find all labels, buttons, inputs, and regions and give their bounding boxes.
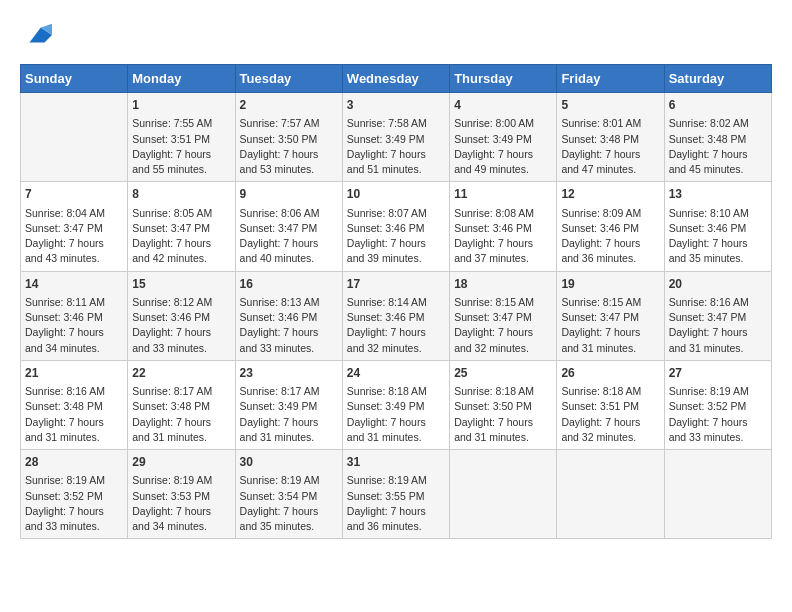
day-number: 12 xyxy=(561,186,659,203)
cell-content: Sunrise: 8:15 AM Sunset: 3:47 PM Dayligh… xyxy=(561,295,659,356)
day-number: 20 xyxy=(669,276,767,293)
day-number: 13 xyxy=(669,186,767,203)
cell-content: Sunrise: 8:16 AM Sunset: 3:48 PM Dayligh… xyxy=(25,384,123,445)
calendar-cell: 2Sunrise: 7:57 AM Sunset: 3:50 PM Daylig… xyxy=(235,93,342,182)
page-header xyxy=(20,20,772,54)
day-number: 10 xyxy=(347,186,445,203)
logo-icon xyxy=(22,20,52,50)
header-cell-tuesday: Tuesday xyxy=(235,65,342,93)
day-number: 24 xyxy=(347,365,445,382)
cell-content: Sunrise: 8:16 AM Sunset: 3:47 PM Dayligh… xyxy=(669,295,767,356)
cell-content: Sunrise: 8:18 AM Sunset: 3:51 PM Dayligh… xyxy=(561,384,659,445)
logo xyxy=(20,20,52,54)
cell-content: Sunrise: 8:19 AM Sunset: 3:52 PM Dayligh… xyxy=(25,473,123,534)
cell-content: Sunrise: 8:07 AM Sunset: 3:46 PM Dayligh… xyxy=(347,206,445,267)
header-cell-thursday: Thursday xyxy=(450,65,557,93)
calendar-cell xyxy=(450,450,557,539)
header-cell-saturday: Saturday xyxy=(664,65,771,93)
calendar-cell: 6Sunrise: 8:02 AM Sunset: 3:48 PM Daylig… xyxy=(664,93,771,182)
calendar-cell: 26Sunrise: 8:18 AM Sunset: 3:51 PM Dayli… xyxy=(557,360,664,449)
cell-content: Sunrise: 8:10 AM Sunset: 3:46 PM Dayligh… xyxy=(669,206,767,267)
day-number: 15 xyxy=(132,276,230,293)
cell-content: Sunrise: 8:05 AM Sunset: 3:47 PM Dayligh… xyxy=(132,206,230,267)
header-row: SundayMondayTuesdayWednesdayThursdayFrid… xyxy=(21,65,772,93)
cell-content: Sunrise: 8:18 AM Sunset: 3:50 PM Dayligh… xyxy=(454,384,552,445)
calendar-cell: 21Sunrise: 8:16 AM Sunset: 3:48 PM Dayli… xyxy=(21,360,128,449)
calendar-cell: 30Sunrise: 8:19 AM Sunset: 3:54 PM Dayli… xyxy=(235,450,342,539)
calendar-cell: 4Sunrise: 8:00 AM Sunset: 3:49 PM Daylig… xyxy=(450,93,557,182)
calendar-cell: 11Sunrise: 8:08 AM Sunset: 3:46 PM Dayli… xyxy=(450,182,557,271)
week-row-2: 7Sunrise: 8:04 AM Sunset: 3:47 PM Daylig… xyxy=(21,182,772,271)
cell-content: Sunrise: 8:17 AM Sunset: 3:48 PM Dayligh… xyxy=(132,384,230,445)
day-number: 1 xyxy=(132,97,230,114)
header-cell-monday: Monday xyxy=(128,65,235,93)
day-number: 3 xyxy=(347,97,445,114)
calendar-cell: 7Sunrise: 8:04 AM Sunset: 3:47 PM Daylig… xyxy=(21,182,128,271)
calendar-cell xyxy=(664,450,771,539)
calendar-cell: 31Sunrise: 8:19 AM Sunset: 3:55 PM Dayli… xyxy=(342,450,449,539)
calendar-cell: 17Sunrise: 8:14 AM Sunset: 3:46 PM Dayli… xyxy=(342,271,449,360)
cell-content: Sunrise: 8:13 AM Sunset: 3:46 PM Dayligh… xyxy=(240,295,338,356)
cell-content: Sunrise: 8:00 AM Sunset: 3:49 PM Dayligh… xyxy=(454,116,552,177)
calendar-cell: 25Sunrise: 8:18 AM Sunset: 3:50 PM Dayli… xyxy=(450,360,557,449)
calendar-cell: 5Sunrise: 8:01 AM Sunset: 3:48 PM Daylig… xyxy=(557,93,664,182)
day-number: 31 xyxy=(347,454,445,471)
week-row-5: 28Sunrise: 8:19 AM Sunset: 3:52 PM Dayli… xyxy=(21,450,772,539)
day-number: 16 xyxy=(240,276,338,293)
calendar-cell: 27Sunrise: 8:19 AM Sunset: 3:52 PM Dayli… xyxy=(664,360,771,449)
calendar-table: SundayMondayTuesdayWednesdayThursdayFrid… xyxy=(20,64,772,539)
cell-content: Sunrise: 8:01 AM Sunset: 3:48 PM Dayligh… xyxy=(561,116,659,177)
day-number: 18 xyxy=(454,276,552,293)
day-number: 30 xyxy=(240,454,338,471)
calendar-cell: 8Sunrise: 8:05 AM Sunset: 3:47 PM Daylig… xyxy=(128,182,235,271)
cell-content: Sunrise: 8:08 AM Sunset: 3:46 PM Dayligh… xyxy=(454,206,552,267)
calendar-body: 1Sunrise: 7:55 AM Sunset: 3:51 PM Daylig… xyxy=(21,93,772,539)
cell-content: Sunrise: 8:19 AM Sunset: 3:54 PM Dayligh… xyxy=(240,473,338,534)
calendar-cell: 22Sunrise: 8:17 AM Sunset: 3:48 PM Dayli… xyxy=(128,360,235,449)
calendar-cell: 16Sunrise: 8:13 AM Sunset: 3:46 PM Dayli… xyxy=(235,271,342,360)
calendar-cell xyxy=(557,450,664,539)
day-number: 21 xyxy=(25,365,123,382)
day-number: 14 xyxy=(25,276,123,293)
calendar-cell: 14Sunrise: 8:11 AM Sunset: 3:46 PM Dayli… xyxy=(21,271,128,360)
cell-content: Sunrise: 8:11 AM Sunset: 3:46 PM Dayligh… xyxy=(25,295,123,356)
day-number: 19 xyxy=(561,276,659,293)
calendar-cell: 28Sunrise: 8:19 AM Sunset: 3:52 PM Dayli… xyxy=(21,450,128,539)
cell-content: Sunrise: 8:14 AM Sunset: 3:46 PM Dayligh… xyxy=(347,295,445,356)
day-number: 5 xyxy=(561,97,659,114)
calendar-header: SundayMondayTuesdayWednesdayThursdayFrid… xyxy=(21,65,772,93)
calendar-cell: 9Sunrise: 8:06 AM Sunset: 3:47 PM Daylig… xyxy=(235,182,342,271)
calendar-cell: 10Sunrise: 8:07 AM Sunset: 3:46 PM Dayli… xyxy=(342,182,449,271)
calendar-cell: 24Sunrise: 8:18 AM Sunset: 3:49 PM Dayli… xyxy=(342,360,449,449)
calendar-cell xyxy=(21,93,128,182)
cell-content: Sunrise: 8:18 AM Sunset: 3:49 PM Dayligh… xyxy=(347,384,445,445)
day-number: 27 xyxy=(669,365,767,382)
cell-content: Sunrise: 8:12 AM Sunset: 3:46 PM Dayligh… xyxy=(132,295,230,356)
day-number: 26 xyxy=(561,365,659,382)
cell-content: Sunrise: 8:15 AM Sunset: 3:47 PM Dayligh… xyxy=(454,295,552,356)
calendar-cell: 19Sunrise: 8:15 AM Sunset: 3:47 PM Dayli… xyxy=(557,271,664,360)
week-row-4: 21Sunrise: 8:16 AM Sunset: 3:48 PM Dayli… xyxy=(21,360,772,449)
week-row-3: 14Sunrise: 8:11 AM Sunset: 3:46 PM Dayli… xyxy=(21,271,772,360)
cell-content: Sunrise: 8:19 AM Sunset: 3:55 PM Dayligh… xyxy=(347,473,445,534)
header-cell-sunday: Sunday xyxy=(21,65,128,93)
calendar-cell: 12Sunrise: 8:09 AM Sunset: 3:46 PM Dayli… xyxy=(557,182,664,271)
calendar-cell: 15Sunrise: 8:12 AM Sunset: 3:46 PM Dayli… xyxy=(128,271,235,360)
day-number: 28 xyxy=(25,454,123,471)
cell-content: Sunrise: 7:55 AM Sunset: 3:51 PM Dayligh… xyxy=(132,116,230,177)
day-number: 25 xyxy=(454,365,552,382)
cell-content: Sunrise: 8:04 AM Sunset: 3:47 PM Dayligh… xyxy=(25,206,123,267)
cell-content: Sunrise: 8:06 AM Sunset: 3:47 PM Dayligh… xyxy=(240,206,338,267)
calendar-cell: 29Sunrise: 8:19 AM Sunset: 3:53 PM Dayli… xyxy=(128,450,235,539)
calendar-cell: 1Sunrise: 7:55 AM Sunset: 3:51 PM Daylig… xyxy=(128,93,235,182)
day-number: 6 xyxy=(669,97,767,114)
cell-content: Sunrise: 7:57 AM Sunset: 3:50 PM Dayligh… xyxy=(240,116,338,177)
day-number: 23 xyxy=(240,365,338,382)
week-row-1: 1Sunrise: 7:55 AM Sunset: 3:51 PM Daylig… xyxy=(21,93,772,182)
cell-content: Sunrise: 7:58 AM Sunset: 3:49 PM Dayligh… xyxy=(347,116,445,177)
day-number: 11 xyxy=(454,186,552,203)
cell-content: Sunrise: 8:17 AM Sunset: 3:49 PM Dayligh… xyxy=(240,384,338,445)
day-number: 29 xyxy=(132,454,230,471)
calendar-cell: 13Sunrise: 8:10 AM Sunset: 3:46 PM Dayli… xyxy=(664,182,771,271)
calendar-cell: 18Sunrise: 8:15 AM Sunset: 3:47 PM Dayli… xyxy=(450,271,557,360)
